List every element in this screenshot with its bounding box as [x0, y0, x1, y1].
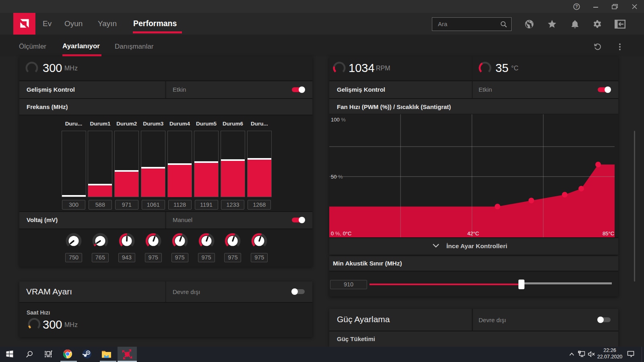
svg-text:?: ?	[575, 4, 578, 9]
